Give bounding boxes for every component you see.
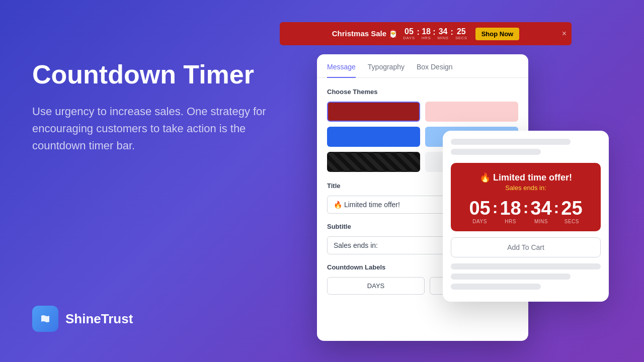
skeleton-line-2: [451, 149, 541, 155]
tab-box-design[interactable]: Box Design: [417, 55, 453, 78]
banner-days-label: DAYS: [403, 36, 415, 40]
logo-section: ShineTrust: [32, 306, 133, 332]
banner-mins-block: 34 MINS: [438, 28, 449, 40]
card-mins-num: 34: [530, 199, 551, 218]
add-to-cart-button[interactable]: Add To Cart: [451, 237, 601, 257]
card-hrs-label: HRS: [505, 219, 516, 224]
banner-days-num: 05: [405, 28, 414, 36]
banner-mins-num: 34: [439, 28, 448, 36]
card-countdown-box: 🔥 Limited time offer! Sales ends in: 05 …: [451, 163, 601, 231]
left-section: Countdown Timer Use urgency to increase …: [32, 60, 274, 154]
logo-name: ShineTrust: [65, 311, 133, 327]
card-skeleton-bottom: [443, 261, 609, 290]
card-mins-block: 34 MINS: [530, 199, 551, 224]
page-description: Use urgency to increase sales. One strat…: [32, 103, 274, 154]
card-countdown-subtitle: Sales ends in:: [459, 184, 593, 192]
banner-hrs-num: 18: [422, 28, 431, 36]
banner-close-button[interactable]: ×: [562, 29, 567, 38]
card-hrs-block: 18 HRS: [500, 199, 521, 224]
tab-typography[interactable]: Typography: [368, 55, 405, 78]
banner-secs-label: SECS: [455, 36, 467, 40]
christmas-banner: Christmas Sale 🎅 05 DAYS : 18 HRS : 34 M…: [280, 22, 572, 45]
banner-days-block: 05 DAYS: [403, 28, 415, 40]
theme-pink-swatch[interactable]: [425, 102, 518, 122]
theme-red-swatch[interactable]: [327, 102, 420, 122]
card-hrs-num: 18: [500, 199, 521, 218]
card-secs-block: 25 SECS: [561, 199, 582, 224]
card-days-num: 05: [469, 199, 490, 218]
banner-colon-2: :: [433, 28, 435, 37]
skeleton-line-1: [451, 139, 571, 145]
days-label-input[interactable]: [327, 277, 425, 295]
theme-blue-swatch[interactable]: [327, 127, 420, 147]
banner-secs-num: 25: [457, 28, 466, 36]
card-days-block: 05 DAYS: [469, 199, 490, 224]
card-colon-3: :: [554, 199, 559, 217]
logo-icon: [32, 306, 58, 332]
themes-label: Choose Themes: [327, 88, 518, 96]
tab-message[interactable]: Message: [327, 55, 356, 78]
card-days-label: DAYS: [472, 219, 487, 224]
card-mins-label: MINS: [534, 219, 548, 224]
theme-dark-swatch[interactable]: [327, 152, 420, 172]
card-time-row: 05 DAYS : 18 HRS : 34 MINS : 25 SECS: [459, 199, 593, 224]
banner-title: Christmas Sale 🎅: [332, 29, 398, 38]
floating-preview-card: 🔥 Limited time offer! Sales ends in: 05 …: [443, 131, 609, 302]
banner-colon-3: :: [451, 28, 453, 37]
card-skeleton-top: [443, 131, 609, 163]
banner-hrs-block: 18 HRS: [422, 28, 431, 40]
skeleton-line-4: [451, 274, 571, 280]
banner-secs-block: 25 SECS: [455, 28, 467, 40]
banner-mins-label: MINS: [438, 36, 449, 40]
shop-now-button[interactable]: Shop Now: [475, 28, 520, 40]
panel-tabs: Message Typography Box Design: [317, 54, 528, 78]
banner-countdown: 05 DAYS : 18 HRS : 34 MINS : 25 SECS: [403, 28, 467, 40]
card-secs-label: SECS: [565, 219, 579, 224]
skeleton-line-5: [451, 284, 541, 290]
banner-colon-1: :: [417, 28, 420, 37]
skeleton-line-3: [451, 263, 601, 269]
card-colon-2: :: [523, 199, 529, 217]
card-colon-1: :: [493, 199, 498, 217]
card-secs-num: 25: [561, 199, 582, 218]
banner-hrs-label: HRS: [422, 36, 431, 40]
page-title: Countdown Timer: [32, 60, 274, 89]
card-countdown-title: 🔥 Limited time offer!: [459, 172, 593, 183]
